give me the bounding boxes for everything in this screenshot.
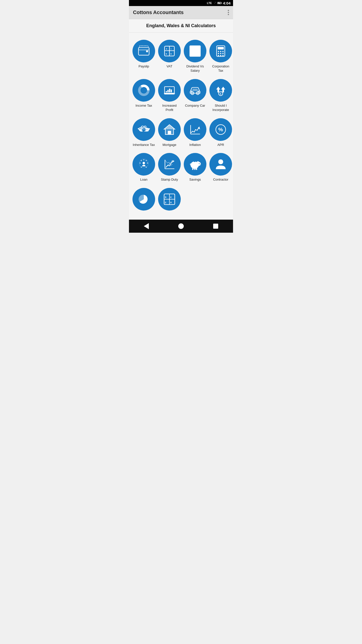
menu-dot-2 (228, 12, 229, 13)
inheritance-tax-icon-circle (132, 118, 155, 141)
back-button[interactable] (141, 221, 152, 232)
loan-item[interactable]: Loan (131, 150, 157, 185)
corporation-tax-icon-circle (209, 40, 232, 62)
dividend-item[interactable]: Dividend VsSalary (182, 37, 208, 76)
recent-icon (213, 224, 218, 229)
savings-item[interactable]: Savings (182, 150, 208, 185)
svg-point-23 (218, 51, 219, 52)
person-icon (214, 158, 227, 171)
home-button[interactable] (175, 221, 187, 232)
recent-button[interactable] (210, 221, 221, 232)
dividend-label: Dividend VsSalary (186, 64, 204, 73)
currency-icon-circle: $ € £ ¥ (158, 188, 181, 211)
svg-text:€: € (170, 196, 172, 198)
svg-point-67 (141, 160, 142, 161)
menu-dot-1 (228, 10, 229, 11)
pie-chart-icon-circle (132, 188, 155, 211)
vat-item[interactable]: + − × = VAT (157, 37, 182, 76)
corporation-tax-label: Corporation Tax (209, 64, 232, 73)
svg-marker-54 (165, 125, 174, 134)
inflation-icon-circle (184, 118, 206, 141)
percent-icon: % (214, 123, 227, 136)
contractor-item[interactable]: Contractor (208, 150, 233, 185)
company-car-label: Company Car (185, 104, 205, 108)
inheritance-tax-label: Inheritance Tax (133, 143, 155, 147)
income-tax-icon-circle (132, 79, 155, 102)
chart-arrows-icon (163, 158, 176, 171)
svg-rect-44 (191, 91, 192, 91)
savings-label: Savings (189, 178, 201, 182)
mortgage-label: Mortgage (163, 143, 176, 147)
calculator-grid: Payslip + − × = VAT (129, 33, 233, 220)
wallet-icon (137, 45, 150, 58)
app-bar: Cottons Accountants (129, 6, 233, 19)
svg-text:£: £ (220, 92, 222, 95)
stamp-duty-item[interactable]: Stamp Duty (157, 150, 182, 185)
svg-point-66 (140, 163, 141, 164)
svg-rect-83 (194, 162, 196, 162)
laptop-chart-icon (163, 84, 176, 97)
svg-text:=: = (170, 52, 172, 55)
payslip-icon-circle (132, 40, 155, 62)
svg-rect-45 (198, 91, 200, 91)
svg-point-34 (141, 88, 146, 93)
company-car-icon-circle (184, 79, 206, 102)
battery-icon (217, 2, 222, 5)
payslip-item[interactable]: Payslip (131, 37, 157, 76)
currency-item[interactable]: $ € £ ¥ (157, 185, 182, 216)
contractor-icon-circle (209, 153, 232, 176)
dividend-icon-circle (184, 40, 206, 62)
growth-chart-icon (189, 123, 202, 136)
svg-rect-82 (196, 168, 197, 170)
svg-point-29 (218, 55, 219, 56)
svg-point-84 (218, 159, 223, 165)
svg-point-43 (197, 93, 198, 94)
savings-icon-circle (184, 153, 206, 176)
svg-point-42 (192, 93, 193, 94)
income-tax-item[interactable]: Income Tax (131, 76, 157, 115)
svg-rect-81 (194, 168, 196, 170)
svg-point-24 (220, 51, 221, 52)
increased-profit-label: Increased Profit (158, 104, 181, 112)
calculator-icon (214, 45, 227, 58)
svg-point-27 (220, 53, 221, 54)
increased-profit-item[interactable]: Increased Profit (157, 76, 182, 115)
mortgage-icon-circle (158, 118, 181, 141)
svg-text:£: £ (165, 201, 166, 204)
menu-button[interactable] (228, 10, 229, 15)
inheritance-tax-item[interactable]: Inheritance Tax (131, 115, 157, 150)
back-icon (144, 223, 149, 229)
chart-line-icon (189, 45, 202, 58)
contractor-label: Contractor (213, 178, 229, 182)
status-bar: LTE 4:04 (129, 0, 233, 6)
donut-icon (137, 84, 150, 97)
svg-point-31 (222, 55, 224, 56)
svg-point-61 (143, 159, 145, 160)
svg-point-6 (146, 50, 148, 52)
svg-point-26 (218, 53, 219, 54)
svg-text:%: % (218, 126, 223, 132)
mortgage-item[interactable]: Mortgage (157, 115, 182, 150)
currency-icon: $ € £ ¥ (163, 193, 176, 206)
pie-chart-item[interactable] (131, 185, 157, 216)
house-icon (163, 123, 176, 136)
should-incorporate-item[interactable]: £ Should I Incorporate (208, 76, 233, 115)
page-title: England, Wales & NI Calculators (129, 19, 233, 33)
inflation-item[interactable]: Inflation (182, 115, 208, 150)
svg-text:+: + (166, 47, 167, 50)
car-icon (189, 84, 202, 97)
apr-item[interactable]: % APR (208, 115, 233, 150)
pie-chart-icon (137, 193, 150, 206)
svg-point-78 (200, 164, 200, 165)
corporation-tax-item[interactable]: Corporation Tax (208, 37, 233, 76)
svg-point-63 (147, 163, 148, 164)
apr-label: APR (217, 143, 224, 147)
company-car-item[interactable]: Company Car (182, 76, 208, 115)
vat-icon-circle: + − × = (158, 40, 181, 62)
should-incorporate-icon-circle: £ (209, 79, 232, 102)
apr-icon-circle: % (209, 118, 232, 141)
increased-profit-icon-circle (158, 79, 181, 102)
svg-point-62 (146, 160, 147, 161)
svg-point-79 (200, 164, 201, 165)
stamp-duty-label: Stamp Duty (161, 178, 178, 182)
